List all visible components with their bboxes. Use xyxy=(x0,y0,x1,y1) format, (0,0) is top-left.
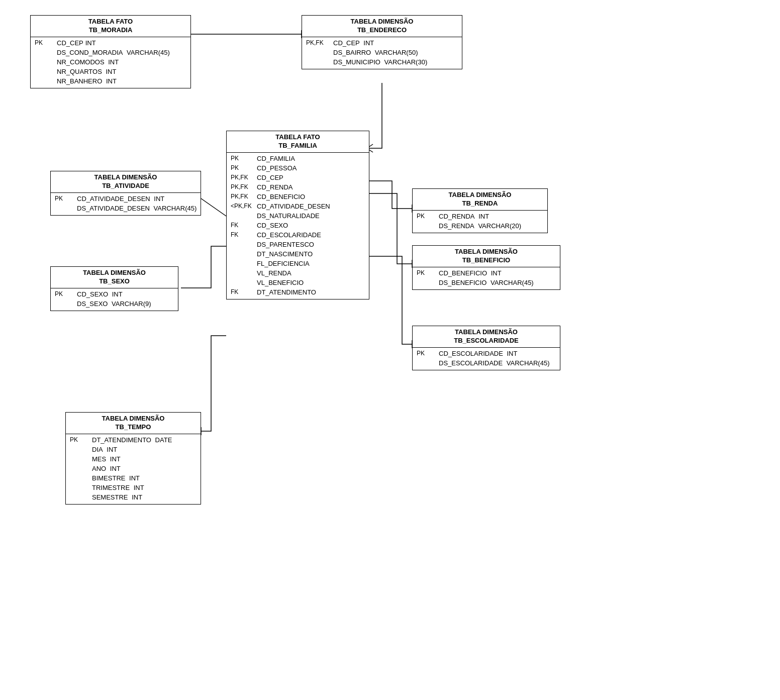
tb-sexo-header: TABELA DIMENSÃO TB_SEXO xyxy=(51,267,178,288)
table-row: PK,FK CD_RENDA xyxy=(231,182,365,192)
table-tb-endereco: TABELA DIMENSÃO TB_ENDERECO PK,FK CD_CEP… xyxy=(302,15,462,69)
tb-renda-header: TABELA DIMENSÃO TB_RENDA xyxy=(413,189,547,211)
table-row: PK CD_BENEFICIO INT xyxy=(417,268,556,278)
diagram-container: TABELA FATO TB_MORADIA PK CD_CEP INT DS_… xyxy=(0,0,780,700)
table-row: DS_BAIRRO VARCHAR(50) xyxy=(306,48,458,57)
table-row: DT_NASCIMENTO xyxy=(231,249,365,259)
table-row: PK CD_RENDA INT xyxy=(417,212,543,221)
table-row: PK CD_FAMILIA xyxy=(231,154,365,163)
table-row: PK DT_ATENDIMENTO DATE xyxy=(70,435,197,445)
table-row: DS_BENEFICIO VARCHAR(45) xyxy=(417,278,556,287)
table-row: NR_QUARTOS INT xyxy=(35,67,186,76)
table-row: PK CD_CEP INT xyxy=(35,38,186,48)
tb-atividade-body: PK CD_ATIVIDADE_DESEN INT DS_ATIVIDADE_D… xyxy=(51,193,201,215)
tb-atividade-header: TABELA DIMENSÃO TB_ATIVIDADE xyxy=(51,171,201,193)
table-tb-atividade: TABELA DIMENSÃO TB_ATIVIDADE PK CD_ATIVI… xyxy=(50,171,201,216)
tb-familia-body: PK CD_FAMILIA PK CD_PESSOA PK,FK CD_CEP … xyxy=(227,153,369,299)
connections-svg xyxy=(0,0,780,700)
table-tb-escolaridade: TABELA DIMENSÃO TB_ESCOLARIDADE PK CD_ES… xyxy=(412,326,560,370)
table-row: VL_RENDA xyxy=(231,268,365,278)
table-row: DS_SEXO VARCHAR(9) xyxy=(55,299,174,309)
table-tb-moradia: TABELA FATO TB_MORADIA PK CD_CEP INT DS_… xyxy=(30,15,191,88)
table-row: PK,FK CD_CEP xyxy=(231,173,365,182)
tb-moradia-body: PK CD_CEP INT DS_COND_MORADIA VARCHAR(45… xyxy=(31,37,190,88)
table-row: DS_RENDA VARCHAR(20) xyxy=(417,221,543,231)
tb-beneficio-body: PK CD_BENEFICIO INT DS_BENEFICIO VARCHAR… xyxy=(413,267,560,289)
tb-beneficio-header: TABELA DIMENSÃO TB_BENEFICIO xyxy=(413,246,560,267)
table-tb-tempo: TABELA DIMENSÃO TB_TEMPO PK DT_ATENDIMEN… xyxy=(65,412,201,505)
tb-endereco-header: TABELA DIMENSÃO TB_ENDERECO xyxy=(302,16,462,37)
tb-tempo-header: TABELA DIMENSÃO TB_TEMPO xyxy=(66,413,201,434)
table-tb-sexo: TABELA DIMENSÃO TB_SEXO PK CD_SEXO INT D… xyxy=(50,266,178,311)
table-row: VL_BENEFICIO xyxy=(231,278,365,287)
tb-renda-body: PK CD_RENDA INT DS_RENDA VARCHAR(20) xyxy=(413,211,547,233)
table-row: PK CD_ATIVIDADE_DESEN INT xyxy=(55,194,197,204)
table-row: ANO INT xyxy=(70,464,197,473)
table-tb-familia: TABELA FATO TB_FAMILIA PK CD_FAMILIA PK … xyxy=(226,131,369,299)
tb-sexo-body: PK CD_SEXO INT DS_SEXO VARCHAR(9) xyxy=(51,288,178,311)
table-row: PK CD_SEXO INT xyxy=(55,289,174,299)
svg-line-7 xyxy=(201,198,226,216)
table-row: SEMESTRE INT xyxy=(70,492,197,502)
table-row: PK,FK CD_CEP INT xyxy=(306,38,458,48)
tb-escolaridade-body: PK CD_ESCOLARIDADE INT DS_ESCOLARIDADE V… xyxy=(413,348,560,370)
table-row: MES INT xyxy=(70,454,197,464)
table-row: BIMESTRE INT xyxy=(70,473,197,483)
table-row: FK DT_ATENDIMENTO xyxy=(231,287,365,297)
tb-moradia-header: TABELA FATO TB_MORADIA xyxy=(31,16,190,37)
table-row: DS_MUNICIPIO VARCHAR(30) xyxy=(306,57,458,67)
table-row: DS_PARENTESCO xyxy=(231,240,365,249)
table-row: NR_COMODOS INT xyxy=(35,57,186,67)
table-row: DS_ATIVIDADE_DESEN VARCHAR(45) xyxy=(55,204,197,213)
table-row: PK CD_PESSOA xyxy=(231,163,365,173)
table-row: DS_NATURALIDADE xyxy=(231,211,365,221)
table-row: FL_DEFICIENCIA xyxy=(231,259,365,268)
table-row: FK CD_ESCOLARIDADE xyxy=(231,230,365,240)
table-row: <PK,FK CD_ATIVIDADE_DESEN xyxy=(231,202,365,211)
table-row: NR_BANHERO INT xyxy=(35,76,186,86)
table-row: PK CD_ESCOLARIDADE INT xyxy=(417,349,556,358)
table-row: DS_ESCOLARIDADE VARCHAR(45) xyxy=(417,358,556,368)
table-row: DIA INT xyxy=(70,445,197,454)
tb-endereco-body: PK,FK CD_CEP INT DS_BAIRRO VARCHAR(50) D… xyxy=(302,37,462,69)
tb-tempo-body: PK DT_ATENDIMENTO DATE DIA INT MES INT A… xyxy=(66,434,201,504)
table-tb-renda: TABELA DIMENSÃO TB_RENDA PK CD_RENDA INT… xyxy=(412,188,548,233)
table-row: FK CD_SEXO xyxy=(231,221,365,230)
table-tb-beneficio: TABELA DIMENSÃO TB_BENEFICIO PK CD_BENEF… xyxy=(412,245,560,290)
table-row: TRIMESTRE INT xyxy=(70,483,197,492)
table-row: DS_COND_MORADIA VARCHAR(45) xyxy=(35,48,186,57)
table-row: PK,FK CD_BENEFICIO xyxy=(231,192,365,202)
tb-familia-header: TABELA FATO TB_FAMILIA xyxy=(227,131,369,153)
tb-escolaridade-header: TABELA DIMENSÃO TB_ESCOLARIDADE xyxy=(413,326,560,348)
